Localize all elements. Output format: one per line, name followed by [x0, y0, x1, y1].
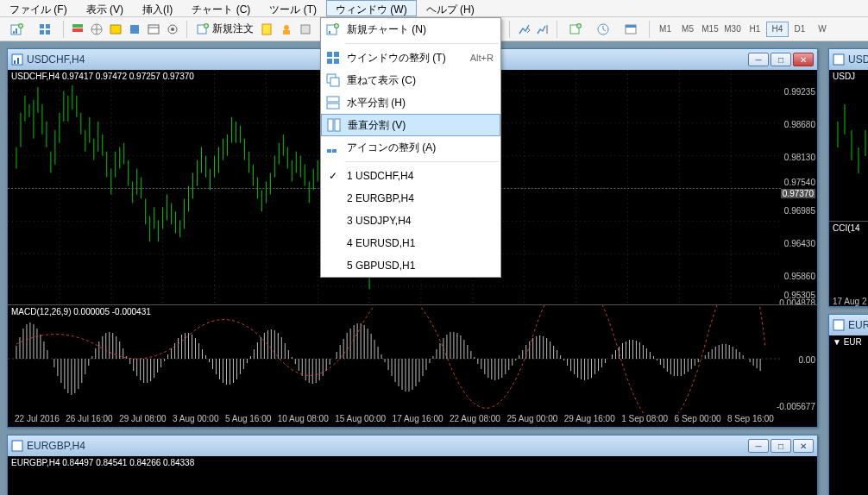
- expert-button[interactable]: [277, 20, 296, 39]
- chart-title-bar[interactable]: EUR: [829, 315, 868, 335]
- tf-w1[interactable]: W: [811, 22, 833, 37]
- chart-icon: [833, 319, 845, 331]
- last-price-label: 0.97370: [781, 189, 815, 198]
- tf-h4[interactable]: H4: [766, 22, 789, 37]
- new-order-button[interactable]: 新規注文: [192, 20, 258, 39]
- macd-scale-zero: 0.00: [799, 355, 815, 365]
- svg-rect-63: [334, 59, 339, 64]
- chart-icon: [833, 53, 845, 66]
- cascade-icon: [324, 73, 342, 87]
- menu-file[interactable]: ファイル (F): [0, 0, 77, 16]
- dd-window-4[interactable]: 4 EURUSD,H1: [321, 232, 500, 254]
- chart-title-bar[interactable]: EURGBP,H4 ─ □ ✕: [8, 435, 817, 456]
- profiles-button[interactable]: [31, 20, 59, 39]
- tf-d1[interactable]: D1: [789, 22, 811, 37]
- macd-subwindow[interactable]: MACD(12,26,9) 0.000005 -0.000431 0.00 -0…: [8, 305, 817, 413]
- maximize-button[interactable]: □: [771, 439, 791, 453]
- ohlc-label: EURGBP,H4 0.84497 0.84541 0.84266 0.8433…: [11, 458, 194, 467]
- hsplit-icon: [324, 96, 342, 110]
- maximize-button[interactable]: □: [771, 53, 791, 66]
- svg-rect-8: [72, 24, 83, 28]
- tf-m1[interactable]: M1: [654, 22, 676, 37]
- minimize-button[interactable]: ─: [748, 53, 769, 66]
- svg-rect-2: [16, 28, 17, 34]
- svg-rect-18: [262, 24, 271, 34]
- price-label: 0.004878: [779, 298, 815, 305]
- svg-rect-62: [327, 59, 332, 64]
- terminal-button[interactable]: [106, 20, 125, 39]
- menu-view[interactable]: 表示 (V): [77, 0, 133, 16]
- new-chart-button[interactable]: [3, 20, 31, 39]
- dd-window-2[interactable]: 2 EURGBP,H4: [321, 187, 500, 210]
- dd-hsplit[interactable]: 水平分割 (H): [321, 91, 500, 114]
- svg-rect-12: [148, 25, 159, 34]
- chart-title-text: EUR: [848, 319, 868, 331]
- menu-chart[interactable]: チャート (C): [182, 0, 260, 16]
- close-button[interactable]: ✕: [793, 439, 814, 453]
- chart-title-text: USDJ: [848, 53, 868, 66]
- svg-rect-20: [283, 30, 290, 34]
- menu-tool[interactable]: ツール (T): [260, 0, 326, 16]
- dd-vsplit[interactable]: 垂直分割 (V): [321, 114, 500, 136]
- dd-arrange[interactable]: アイコンの整列 (A): [321, 136, 500, 159]
- price-label: 0.95860: [784, 272, 815, 281]
- minimize-button[interactable]: ─: [748, 439, 769, 453]
- svg-rect-68: [328, 119, 333, 131]
- chart-title-bar[interactable]: USDJ: [829, 49, 868, 70]
- svg-rect-29: [14, 60, 16, 64]
- tf-m5[interactable]: M5: [676, 22, 699, 37]
- macd-scale-bottom: -0.005677: [777, 402, 815, 411]
- svg-rect-58: [329, 31, 330, 34]
- svg-rect-9: [72, 28, 83, 32]
- menu-help[interactable]: ヘルプ (H): [417, 0, 484, 16]
- dd-window-1[interactable]: ✓ 1 USDCHF,H4: [321, 165, 500, 187]
- indicators-button[interactable]: [562, 20, 589, 39]
- options-button[interactable]: [296, 20, 315, 39]
- new-chart-icon: [324, 22, 342, 36]
- tester-button[interactable]: [125, 20, 144, 39]
- check-icon: ✓: [324, 170, 342, 182]
- strategy-button[interactable]: [163, 20, 182, 39]
- datawin-button[interactable]: [144, 20, 163, 39]
- svg-rect-60: [327, 52, 332, 57]
- dd-window-3[interactable]: 3 USDJPY,H4: [321, 210, 500, 232]
- time-scale: 22 Jul 2016 26 Jul 16:00 29 Jul 08:00 3 …: [8, 413, 817, 427]
- tf-m15[interactable]: M15: [699, 22, 721, 37]
- price-label: 0.98680: [784, 120, 815, 129]
- menu-window[interactable]: ウィンドウ (W): [326, 0, 417, 16]
- shift-button[interactable]: [533, 20, 552, 39]
- dd-cascade[interactable]: 重ねて表示 (C): [321, 69, 500, 91]
- arrange-icon: [324, 141, 342, 154]
- autoscroll-button[interactable]: [514, 20, 533, 39]
- chart-icon: [11, 53, 23, 66]
- metaeditor-button[interactable]: [258, 20, 277, 39]
- periods-button[interactable]: [589, 20, 617, 39]
- svg-point-15: [171, 28, 174, 31]
- svg-rect-27: [626, 25, 636, 28]
- svg-rect-11: [130, 25, 139, 34]
- price-label: 0.99235: [784, 87, 815, 97]
- svg-rect-71: [332, 149, 337, 153]
- dd-tile[interactable]: ウインドウの整列 (T) Alt+R: [321, 47, 500, 69]
- tf-m30[interactable]: M30: [721, 22, 744, 37]
- svg-rect-56: [12, 441, 22, 451]
- close-button[interactable]: ✕: [793, 53, 814, 66]
- svg-rect-21: [301, 25, 310, 34]
- svg-rect-55: [833, 320, 844, 330]
- chart-title-text: USDCHF,H4: [27, 53, 85, 66]
- marketwatch-button[interactable]: [68, 20, 87, 39]
- templates-button[interactable]: [617, 20, 645, 39]
- chart-window-usdjpy: USDJ USDJ CCI(14 17 Aug 2: [828, 48, 868, 307]
- window-dropdown: 新規チャート (N) ウインドウの整列 (T) Alt+R 重ねて表示 (C) …: [320, 17, 501, 278]
- dd-window-5[interactable]: 5 GBPUSD,H1: [321, 254, 500, 277]
- cci-label: CCI(14: [833, 223, 860, 233]
- menu-insert[interactable]: 挿入(I): [133, 0, 182, 16]
- navigator-button[interactable]: [87, 20, 106, 39]
- tf-h1[interactable]: H1: [744, 22, 766, 37]
- dd-new-chart[interactable]: 新規チャート (N): [321, 18, 500, 41]
- svg-rect-70: [327, 149, 331, 153]
- svg-rect-7: [46, 30, 50, 34]
- svg-rect-65: [330, 78, 339, 86]
- price-label: 0.96430: [784, 239, 815, 248]
- svg-rect-66: [327, 97, 339, 102]
